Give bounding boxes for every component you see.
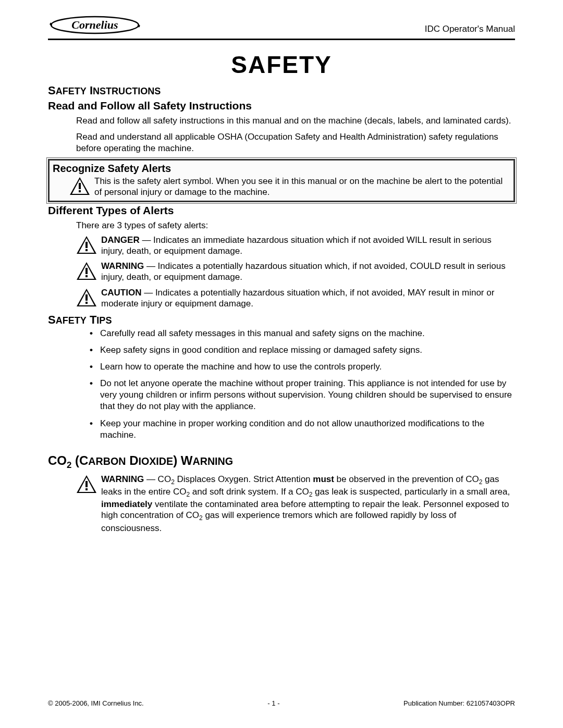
cornelius-logo: Cornelius [48, 15, 142, 35]
recognize-alerts-box: Recognize Safety Alerts This is the safe… [48, 159, 515, 203]
page-title: SAFETY [48, 51, 515, 79]
svg-rect-13 [85, 275, 88, 277]
alert-row-danger: DANGER — Indicates an immediate hazardou… [76, 235, 515, 257]
safety-tips-heading: SAFETY TIPS [48, 313, 515, 327]
warning-triangle-icon [76, 262, 97, 280]
co2-warning-heading: CO2 (CARBON DIOXIDE) WARNING [48, 453, 515, 471]
alert-label: CAUTION [101, 288, 141, 298]
list-item: Carefully read all safety messages in th… [90, 328, 515, 339]
read-follow-heading: Read and Follow all Safety Instructions [48, 100, 515, 112]
footer-copyright: © 2005-2006, IMI Cornelius Inc. [48, 699, 144, 707]
alert-text: — Indicates a potentially hazardous situ… [101, 261, 506, 282]
svg-rect-5 [79, 190, 81, 192]
svg-rect-9 [85, 249, 88, 251]
list-item: Keep safety signs in good condition and … [90, 344, 515, 356]
page-footer: © 2005-2006, IMI Cornelius Inc. - 1 - Pu… [48, 699, 515, 707]
co2-warning-text: WARNING — CO2 Displaces Oxygen. Strict A… [101, 474, 515, 534]
list-item: Do not let anyone operate the machine wi… [90, 378, 515, 412]
page-header: Cornelius IDC Operator's Manual [48, 15, 515, 40]
document-title: IDC Operator's Manual [425, 24, 515, 35]
co2-warning-row: WARNING — CO2 Displaces Oxygen. Strict A… [76, 474, 515, 534]
recognize-alerts-text: This is the safety alert symbol. When yo… [94, 176, 510, 198]
svg-rect-12 [85, 268, 88, 274]
warning-triangle-icon [69, 177, 90, 195]
safety-tips-list: Carefully read all safety messages in th… [90, 328, 515, 441]
svg-rect-21 [85, 488, 88, 490]
svg-rect-8 [85, 242, 88, 248]
alert-label: WARNING [101, 261, 144, 271]
warning-triangle-icon [76, 236, 97, 254]
body-paragraph: Read and follow all safety instructions … [76, 115, 515, 126]
svg-rect-4 [79, 183, 81, 189]
svg-text:Cornelius: Cornelius [71, 18, 118, 31]
alert-row-warning: WARNING — Indicates a potentially hazard… [76, 261, 515, 283]
recognize-alerts-heading: Recognize Safety Alerts [53, 163, 510, 175]
list-item: Keep your machine in proper working cond… [90, 418, 515, 441]
alert-text: — Indicates an immediate hazardous situa… [101, 235, 492, 256]
svg-rect-16 [85, 294, 88, 301]
warning-triangle-icon [76, 475, 97, 493]
types-intro: There are 3 types of safety alerts: [76, 220, 515, 231]
alert-label: DANGER [101, 235, 140, 245]
warning-triangle-icon [76, 288, 97, 307]
body-paragraph: Read and understand all applicable OSHA … [76, 131, 515, 154]
footer-page-number: - 1 - [267, 699, 279, 707]
types-of-alerts-heading: Different Types of Alerts [48, 204, 515, 217]
svg-rect-17 [85, 302, 88, 304]
list-item: Learn how to operate the machine and how… [90, 361, 515, 373]
footer-publication-number: Publication Number: 621057403OPR [403, 699, 515, 707]
safety-instructions-heading: SAFETY INSTRUCTIONS [48, 84, 515, 97]
alert-row-caution: CAUTION — Indicates a potentially hazard… [76, 287, 515, 310]
svg-rect-20 [85, 481, 88, 487]
alert-text: — Indicates a potentially hazardous situ… [101, 288, 494, 309]
